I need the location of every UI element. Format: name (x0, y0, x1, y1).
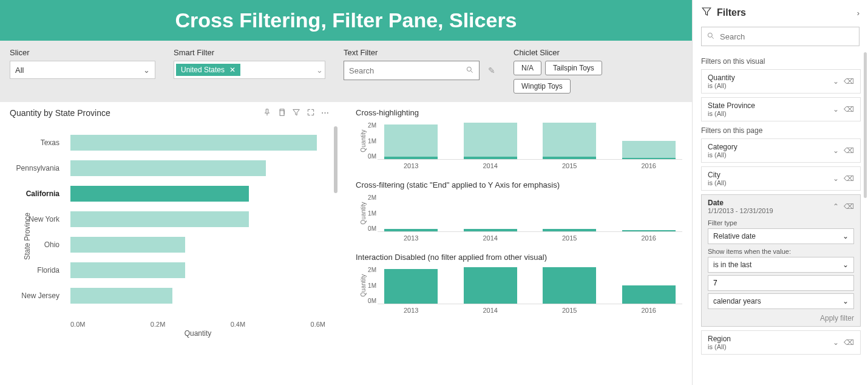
filters-body[interactable]: Filters on this visual Quantity is (All)… (693, 52, 868, 385)
chart-cross-filter[interactable]: Cross-filtering (static "End" applied to… (356, 180, 682, 242)
filters-search[interactable] (701, 27, 860, 46)
op-select[interactable]: is in the last⌄ (708, 257, 854, 273)
unit-select[interactable]: calendar years⌄ (708, 293, 854, 309)
copy-icon[interactable] (277, 108, 286, 118)
chevron-down-icon[interactable]: ⌄ (833, 146, 839, 155)
x-tick: 2015 (536, 234, 603, 242)
mini-title: Interaction Disabled (no filter applied … (356, 253, 682, 262)
bar-category-label: Texas (10, 138, 64, 147)
chevron-down-icon[interactable]: ⌄ (833, 77, 839, 86)
search-icon[interactable] (466, 66, 474, 76)
y-axis-ticks: 2M1M0M (362, 267, 376, 304)
bar[interactable] (464, 267, 517, 304)
clear-icon[interactable]: ⌫ (844, 338, 854, 347)
apply-filter-button[interactable]: Apply filter (708, 314, 854, 322)
chevron-down-icon: ⌄ (843, 297, 849, 305)
hbar-row[interactable]: New York (70, 206, 325, 232)
filters-title: Filters (717, 7, 746, 18)
card-name: Category (708, 143, 737, 151)
filters-search-input[interactable] (720, 32, 854, 41)
bar[interactable] (543, 267, 596, 304)
chiclet-group: N/A Tailspin Toys Wingtip Toys (514, 61, 641, 94)
scrollbar[interactable] (864, 52, 867, 198)
bar[interactable] (622, 230, 676, 231)
bar-category-label: Pennsylvania (10, 164, 64, 172)
focus-icon[interactable] (307, 108, 315, 118)
bar[interactable] (384, 124, 438, 159)
chip-text: United States (181, 66, 225, 74)
left-visual[interactable]: Quantity by State Province ⋯ State Provi… (10, 108, 337, 385)
bar-category-label: Florida (10, 266, 64, 274)
chevron-down-icon[interactable]: ⌄ (833, 105, 839, 114)
bar[interactable] (464, 229, 517, 231)
x-tick: 2014 (457, 307, 524, 314)
clear-icon[interactable]: ⌫ (844, 174, 854, 183)
filter-card-city[interactable]: City is (All) ⌄⌫ (701, 166, 861, 191)
filter-type-select[interactable]: Relative date⌄ (708, 228, 854, 244)
pin-icon[interactable] (263, 108, 271, 118)
chevron-down-icon[interactable]: ⌄ (316, 66, 323, 75)
bar[interactable] (543, 229, 596, 231)
x-tick: 2016 (615, 234, 683, 242)
filter-card-state[interactable]: State Province is (All) ⌄⌫ (701, 97, 861, 121)
hbar-row[interactable]: California (70, 181, 325, 206)
bar[interactable] (622, 285, 676, 304)
x-axis-label: Quantity (70, 329, 325, 338)
bar[interactable] (70, 135, 317, 151)
num-input[interactable] (708, 275, 854, 291)
clear-icon[interactable]: ⌫ (844, 146, 854, 155)
filter-card-date[interactable]: Date 1/1/2013 - 12/31/2019 ⌃⌫ Filter typ… (701, 194, 861, 327)
chart-interaction-disabled[interactable]: Interaction Disabled (no filter applied … (356, 253, 682, 314)
chiclet-wingtip[interactable]: Wingtip Toys (514, 79, 571, 94)
clear-icon[interactable]: ⌫ (844, 202, 854, 211)
chart-cross-highlight[interactable]: Cross-highlighting Quantity2M1M0M 201320… (356, 108, 682, 169)
bar-category-label: New Jersey (10, 291, 64, 300)
filter-card-quantity[interactable]: Quantity is (All) ⌄⌫ (701, 69, 861, 94)
hbar-row[interactable]: Florida (70, 257, 325, 283)
bar[interactable] (70, 211, 249, 227)
smart-filter-chip[interactable]: United States ✕ (176, 64, 240, 76)
slicer-dropdown[interactable]: All ⌄ (10, 61, 155, 79)
hbar-row[interactable]: Pennsylvania (70, 155, 325, 181)
card-value: is (All) (708, 151, 737, 158)
bar[interactable] (70, 262, 185, 278)
text-filter-input[interactable] (349, 66, 466, 75)
more-icon[interactable]: ⋯ (321, 108, 329, 118)
bar[interactable] (70, 160, 266, 176)
y-axis-ticks: 2M1M0M (362, 194, 376, 232)
card-value: is (All) (708, 110, 755, 117)
clear-icon[interactable]: ⌫ (844, 105, 854, 114)
filter-card-category[interactable]: Category is (All) ⌄⌫ (701, 138, 861, 163)
chevron-down-icon[interactable]: ⌄ (833, 338, 839, 347)
close-icon[interactable]: ✕ (229, 66, 236, 74)
smart-filter-input[interactable]: United States ✕ ⌄ (174, 61, 325, 79)
eraser-icon[interactable]: ✎ (488, 66, 495, 75)
bar[interactable] (70, 288, 172, 304)
chevron-up-icon[interactable]: ⌃ (833, 202, 839, 211)
chevron-down-icon: ⌄ (843, 232, 849, 240)
bar[interactable] (70, 237, 185, 253)
bar[interactable] (543, 123, 596, 159)
bar[interactable] (384, 229, 438, 231)
chevron-down-icon[interactable]: ⌄ (833, 174, 839, 183)
filters-pane: Filters › Filters on this visual Quantit… (692, 0, 868, 385)
hbar-row[interactable]: Ohio (70, 232, 325, 257)
chiclet-tailspin[interactable]: Tailspin Toys (545, 61, 602, 75)
text-filter-box[interactable] (344, 61, 480, 80)
clear-icon[interactable]: ⌫ (844, 77, 854, 86)
filter-card-region[interactable]: Region is (All) ⌄⌫ (701, 330, 861, 355)
hbar-row[interactable]: New Jersey (70, 283, 325, 308)
bar[interactable] (622, 141, 676, 159)
chiclet-na[interactable]: N/A (514, 61, 541, 75)
collapse-icon[interactable]: › (857, 9, 860, 18)
bar[interactable] (70, 186, 249, 202)
hbar-row[interactable]: Texas (70, 130, 325, 155)
bar[interactable] (464, 123, 517, 159)
title-bar: Cross Filtering, Filter Pane, Slicers (0, 0, 692, 41)
filter-icon[interactable] (292, 108, 300, 118)
filters-header: Filters › (693, 0, 868, 26)
mini-title: Cross-filtering (static "End" applied to… (356, 180, 682, 189)
bar-category-label: Ohio (10, 240, 64, 249)
visual-header-icons: ⋯ (263, 108, 329, 118)
bar[interactable] (384, 269, 438, 304)
